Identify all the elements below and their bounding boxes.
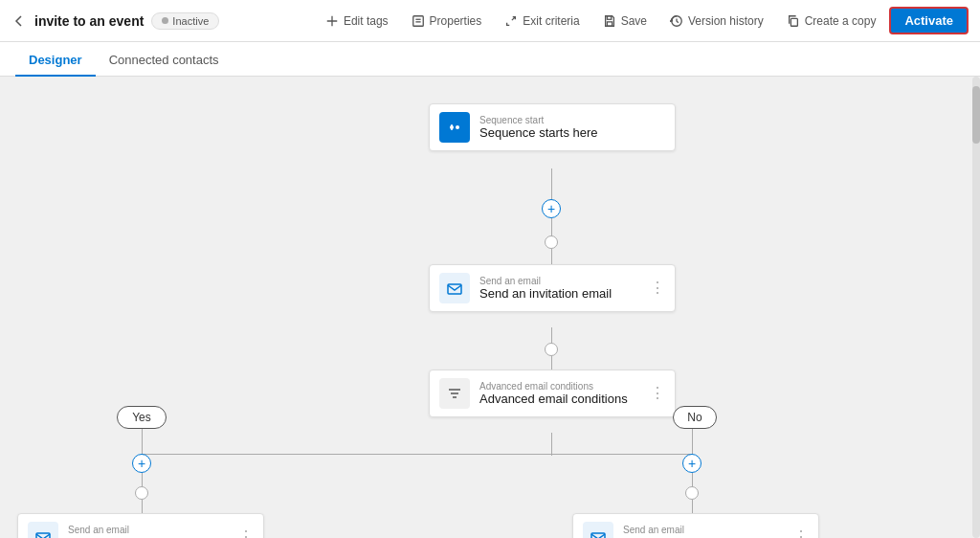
send-email-3-label: Send an email xyxy=(623,525,784,535)
status-badge: Inactive xyxy=(151,12,219,30)
version-history-label: Version history xyxy=(688,14,764,28)
tab-designer[interactable]: Designer xyxy=(15,45,96,77)
add-node-btn-1[interactable]: + xyxy=(542,199,561,218)
exit-criteria-button[interactable]: Exit criteria xyxy=(495,10,589,33)
send-email-1-name: Send an invitation email xyxy=(479,286,640,301)
send-email-1-icon xyxy=(439,273,470,303)
conn-5 xyxy=(551,356,552,370)
send-email-3-menu[interactable]: ⋮ xyxy=(793,529,809,538)
header-actions: Edit tags Properties Exit criteria Save xyxy=(316,7,969,34)
svg-rect-4 xyxy=(607,15,611,19)
header: invite to an event Inactive Edit tags Pr… xyxy=(0,0,980,42)
no-node: No xyxy=(673,406,717,429)
sequence-start-icon xyxy=(439,112,470,143)
activate-button[interactable]: Activate xyxy=(889,7,969,34)
conn-left-3 xyxy=(142,500,143,513)
advanced-conditions-node: Advanced email conditions Advanced email… xyxy=(429,370,676,417)
properties-label: Properties xyxy=(430,14,482,28)
sequence-start-text: Sequence start Sequence starts here xyxy=(479,115,665,140)
send-email-2-label: Send an email xyxy=(68,525,229,535)
send-email-2-menu[interactable]: ⋮ xyxy=(238,529,254,538)
send-email-1-label: Send an email xyxy=(479,276,640,286)
add-node-btn-left[interactable]: + xyxy=(132,454,151,473)
advanced-conditions-menu[interactable]: ⋮ xyxy=(650,386,665,401)
yes-label: Yes xyxy=(132,411,151,424)
conn-6 xyxy=(551,433,552,456)
properties-button[interactable]: Properties xyxy=(402,10,492,33)
tab-connected-contacts[interactable]: Connected contacts xyxy=(96,45,233,77)
header-left: invite to an event Inactive xyxy=(11,12,308,30)
send-email-2-icon xyxy=(28,522,58,538)
advanced-conditions-icon xyxy=(439,378,470,409)
svg-rect-3 xyxy=(607,21,612,25)
circle-left xyxy=(135,486,148,500)
sequence-start-name: Sequence starts here xyxy=(479,125,665,140)
yes-node: Yes xyxy=(117,406,167,429)
conn-right-3 xyxy=(692,500,693,513)
sequence-start-label: Sequence start xyxy=(479,115,665,125)
back-button[interactable] xyxy=(11,13,27,29)
advanced-conditions-text: Advanced email conditions Advanced email… xyxy=(479,381,640,406)
tab-bar: Designer Connected contacts xyxy=(0,42,980,77)
send-email-2-node: Send an email Send a confirmation email … xyxy=(17,513,264,538)
svg-rect-10 xyxy=(448,284,461,294)
add-node-btn-right[interactable]: + xyxy=(682,454,702,473)
sequence-start-node: Sequence start Sequence starts here xyxy=(429,103,676,151)
circle-1 xyxy=(545,235,558,249)
scrollbar-thumb xyxy=(972,86,980,144)
scrollbar[interactable] xyxy=(972,77,980,538)
svg-rect-6 xyxy=(791,18,797,26)
send-email-3-node: Send an email Follow up email for the ev… xyxy=(572,513,819,538)
no-label: No xyxy=(687,411,702,424)
create-copy-label: Create a copy xyxy=(805,14,877,28)
exit-criteria-label: Exit criteria xyxy=(523,14,579,28)
conn-1 xyxy=(551,168,552,202)
status-dot xyxy=(162,17,168,24)
advanced-conditions-name: Advanced email conditions xyxy=(479,392,640,406)
save-button[interactable]: Save xyxy=(593,10,657,33)
conn-2 xyxy=(551,218,552,237)
svg-rect-9 xyxy=(451,124,453,130)
send-email-2-text: Send an email Send a confirmation email xyxy=(68,525,229,538)
edit-tags-button[interactable]: Edit tags xyxy=(316,10,398,33)
conn-3 xyxy=(551,249,552,264)
create-copy-button[interactable]: Create a copy xyxy=(777,10,886,33)
svg-point-8 xyxy=(456,125,459,129)
version-history-button[interactable]: Version history xyxy=(660,10,773,33)
svg-rect-0 xyxy=(412,15,423,26)
advanced-conditions-label: Advanced email conditions xyxy=(479,381,640,392)
send-email-1-text: Send an email Send an invitation email xyxy=(479,276,640,301)
page-title: invite to an event xyxy=(34,13,144,29)
circle-right xyxy=(685,486,699,500)
status-label: Inactive xyxy=(172,15,209,27)
edit-tags-label: Edit tags xyxy=(344,14,389,28)
save-label: Save xyxy=(621,14,647,28)
send-email-3-text: Send an email Follow up email for the ev… xyxy=(623,525,784,538)
conn-h-main xyxy=(142,454,693,455)
canvas: Sequence start Sequence starts here + Se… xyxy=(0,77,980,538)
circle-2 xyxy=(545,343,558,356)
send-email-1-node: Send an email Send an invitation email ⋮ xyxy=(429,264,676,312)
send-email-1-menu[interactable]: ⋮ xyxy=(650,280,665,296)
send-email-3-icon xyxy=(583,522,613,538)
